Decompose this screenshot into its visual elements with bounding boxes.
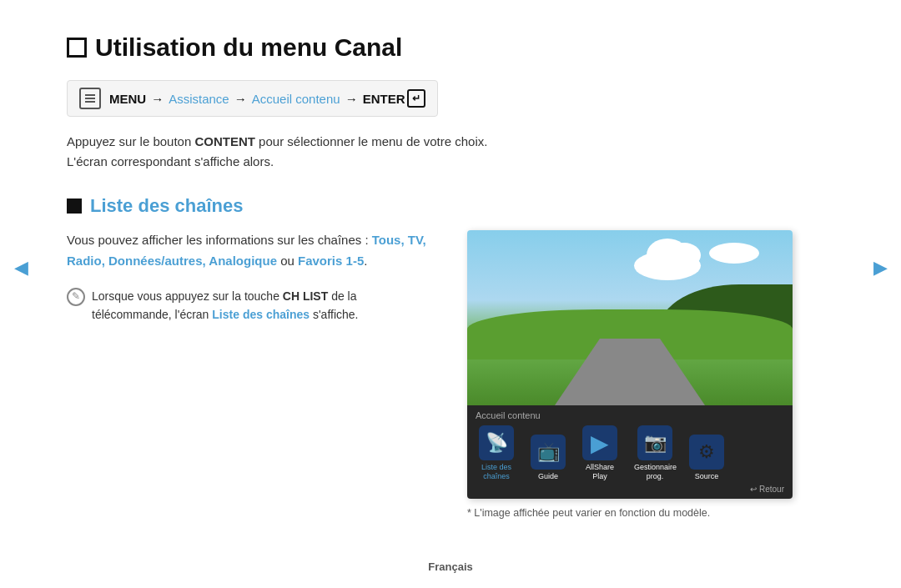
tv-screen-container: Accueil contenu 📡 Liste des chaînes 📺 Gu… <box>467 230 793 519</box>
note-row: ✎ Lorsque vous appuyez sur la touche CH … <box>67 287 409 324</box>
content-left: Vous pouvez afficher les informations su… <box>67 230 434 324</box>
channel-list-icon: 📡 <box>479 425 514 460</box>
tv-menu-item-gestionnaire[interactable]: 📷 Gestionnaire prog. <box>634 425 676 481</box>
nav-arrow-right[interactable] <box>868 247 893 289</box>
image-caption: * L'image affichée peut varier en foncti… <box>467 507 793 519</box>
source-icon: ⚙ <box>689 435 724 470</box>
breadcrumb-menu-label: MENU <box>109 92 146 106</box>
main-description: Appuyez sur le bouton CONTENT pour sélec… <box>67 132 534 172</box>
tv-menu-items: 📡 Liste des chaînes 📺 Guide ▶ AllShare P… <box>476 425 784 481</box>
channel-list-label: Liste des chaînes <box>476 463 517 481</box>
allshare-label: AllShare Play <box>579 463 621 481</box>
guide-label: Guide <box>538 472 558 481</box>
tv-menu-item-allshare[interactable]: ▶ AllShare Play <box>579 425 621 481</box>
allshare-icon: ▶ <box>582 425 617 460</box>
tv-menu-item-source[interactable]: ⚙ Source <box>689 435 724 481</box>
content-area: Vous pouvez afficher les informations su… <box>67 230 834 519</box>
section-square-icon <box>67 199 82 214</box>
page-title: Utilisation du menu Canal <box>67 33 834 62</box>
footer-language: Français <box>0 560 901 573</box>
tv-menu-label: Accueil contenu <box>476 410 784 420</box>
note-icon: ✎ <box>67 288 85 306</box>
tv-menu-item-guide[interactable]: 📺 Guide <box>531 435 566 481</box>
source-label: Source <box>695 472 719 481</box>
menu-icon <box>79 88 101 109</box>
channel-description: Vous pouvez afficher les informations su… <box>67 230 434 272</box>
tv-menu-bar: Accueil contenu 📡 Liste des chaînes 📺 Gu… <box>467 405 793 499</box>
breadcrumb: MENU → Assistance → Accueil contenu → EN… <box>67 80 438 117</box>
breadcrumb-arrow-1: → <box>151 92 164 106</box>
gestionnaire-label: Gestionnaire prog. <box>634 463 676 481</box>
nav-arrow-left[interactable] <box>8 247 33 289</box>
breadcrumb-enter: ENTER ↵ <box>363 89 426 108</box>
tv-image-area <box>467 230 793 405</box>
breadcrumb-arrow-2: → <box>234 92 247 106</box>
breadcrumb-assistance: Assistance <box>169 92 229 106</box>
breadcrumb-arrow-3: → <box>345 92 358 106</box>
section-heading: Liste des chaînes <box>67 195 834 217</box>
tv-screen: Accueil contenu 📡 Liste des chaînes 📺 Gu… <box>467 230 793 499</box>
section-title: Liste des chaînes <box>90 195 243 217</box>
note-text: Lorsque vous appuyez sur la touche CH LI… <box>92 287 409 324</box>
checkbox-icon <box>67 38 87 58</box>
gestionnaire-icon: 📷 <box>637 425 672 460</box>
guide-icon: 📺 <box>531 435 566 470</box>
tv-retour: ↩ Retour <box>750 485 784 494</box>
tv-menu-item-channel-list[interactable]: 📡 Liste des chaînes <box>476 425 517 481</box>
enter-icon: ↵ <box>407 89 425 108</box>
breadcrumb-accueil: Accueil contenu <box>252 92 340 106</box>
